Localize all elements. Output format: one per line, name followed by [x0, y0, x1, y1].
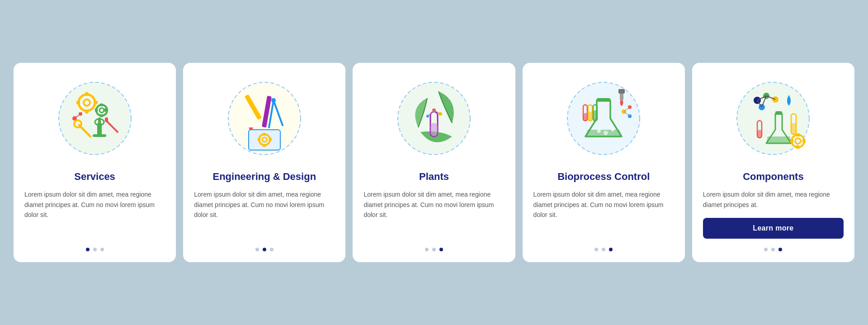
engineering-icon-area: [222, 75, 307, 161]
dot-3: [100, 248, 104, 251]
svg-rect-11: [95, 108, 98, 112]
dot-1: [86, 248, 90, 251]
dot-2: [771, 248, 775, 251]
svg-rect-3: [85, 92, 89, 96]
svg-rect-34: [263, 133, 266, 136]
components-title: Components: [743, 170, 803, 184]
svg-rect-5: [76, 101, 80, 104]
svg-rect-6: [94, 101, 98, 104]
svg-rect-58: [593, 110, 597, 121]
engineering-dots: [255, 248, 274, 251]
svg-rect-37: [269, 138, 272, 141]
dot-1: [255, 248, 259, 251]
dot-3: [778, 248, 782, 251]
cards-container: Services Lorem ipsum dolor sit dim amet,…: [14, 63, 854, 262]
bioprocess-title: Bioprocess Control: [557, 170, 650, 184]
svg-point-38: [398, 82, 470, 155]
bioprocess-icon-area: [561, 75, 646, 161]
components-body: Lorem ipsum dolor sit dim amet, mea regi…: [703, 189, 844, 210]
dot-1: [425, 248, 429, 251]
plants-title: Plants: [419, 170, 449, 184]
dot-1: [764, 248, 768, 251]
svg-rect-12: [104, 108, 107, 112]
svg-rect-75: [757, 130, 762, 138]
svg-rect-4: [85, 110, 89, 113]
learn-more-button[interactable]: Learn more: [703, 218, 844, 239]
dot-1: [594, 248, 598, 251]
services-title: Services: [74, 170, 115, 184]
svg-point-30: [271, 98, 276, 103]
svg-rect-35: [263, 144, 266, 147]
svg-rect-78: [796, 133, 800, 137]
svg-rect-54: [583, 113, 587, 121]
svg-rect-83: [791, 123, 796, 134]
svg-rect-19: [98, 118, 101, 124]
svg-rect-52: [618, 89, 625, 94]
dot-2: [432, 248, 436, 251]
services-body: Lorem ipsum dolor sit dim amet, mea regi…: [24, 189, 165, 239]
svg-rect-31: [249, 130, 280, 150]
dot-3: [270, 248, 274, 251]
svg-rect-23: [105, 118, 108, 122]
services-dots: [86, 248, 104, 251]
components-icon-area: [730, 75, 816, 161]
svg-point-50: [611, 129, 614, 132]
svg-rect-10: [100, 114, 103, 117]
bioprocess-body: Lorem ipsum dolor sit dim amet, mea regi…: [533, 189, 674, 239]
bioprocess-dots: [594, 248, 613, 251]
svg-point-46: [567, 82, 640, 155]
svg-rect-40: [430, 123, 438, 137]
dot-3: [609, 248, 613, 251]
plants-dots: [425, 248, 443, 251]
components-dots: [764, 248, 782, 251]
dot-2: [93, 248, 97, 251]
svg-point-48: [597, 129, 601, 133]
svg-rect-81: [802, 139, 806, 143]
engineering-body: Lorem ipsum dolor sit dim amet, mea regi…: [194, 189, 335, 239]
card-services: Services Lorem ipsum dolor sit dim amet,…: [14, 63, 176, 262]
svg-point-0: [59, 82, 131, 155]
svg-rect-36: [258, 138, 260, 141]
svg-rect-79: [796, 146, 800, 149]
svg-rect-17: [93, 134, 106, 137]
card-engineering: Engineering & Design Lorem ipsum dolor s…: [183, 63, 345, 262]
dot-3: [439, 248, 443, 251]
card-components: Components Lorem ipsum dolor sit dim ame…: [692, 63, 854, 262]
card-plants: Plants Lorem ipsum dolor sit dim amet, m…: [353, 63, 515, 262]
svg-rect-47: [597, 98, 610, 102]
services-icon-area: [52, 75, 138, 161]
svg-point-49: [604, 131, 608, 135]
svg-rect-9: [100, 104, 103, 106]
svg-rect-80: [790, 139, 793, 143]
plants-icon-area: [391, 75, 477, 161]
engineering-title: Engineering & Design: [213, 170, 316, 184]
dot-2: [263, 248, 266, 251]
card-bioprocess: Bioprocess Control Lorem ipsum dolor sit…: [523, 63, 685, 262]
svg-rect-73: [775, 111, 782, 115]
plants-body: Lorem ipsum dolor sit dim amet, mea regi…: [363, 189, 504, 239]
svg-rect-56: [588, 112, 592, 121]
dot-2: [602, 248, 605, 251]
